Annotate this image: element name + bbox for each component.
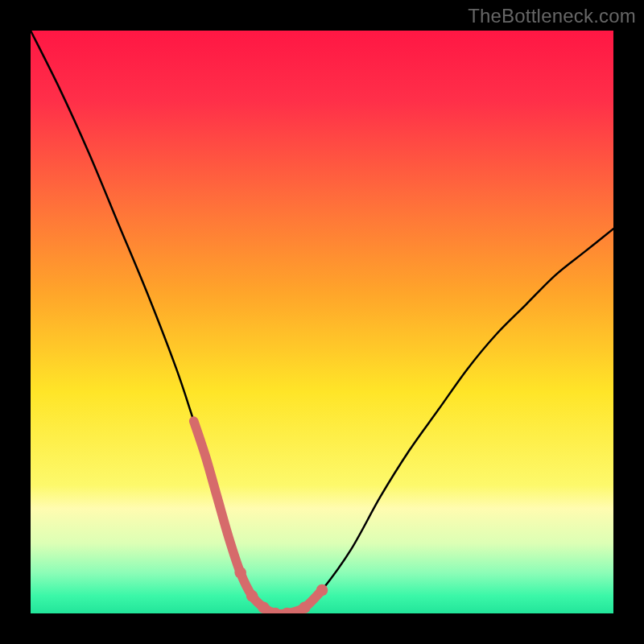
plot-area <box>31 31 613 613</box>
curve-layer <box>31 31 613 613</box>
highlight-dot <box>234 567 246 578</box>
bottleneck-curve <box>31 31 613 613</box>
highlight-dot <box>299 602 310 613</box>
chart-frame: TheBottleneck.com <box>0 0 644 644</box>
highlight-dot <box>246 590 258 601</box>
highlight-segment <box>194 421 322 613</box>
highlight-dot <box>316 584 328 596</box>
watermark-text: TheBottleneck.com <box>468 5 636 27</box>
highlight-dot <box>258 602 269 613</box>
